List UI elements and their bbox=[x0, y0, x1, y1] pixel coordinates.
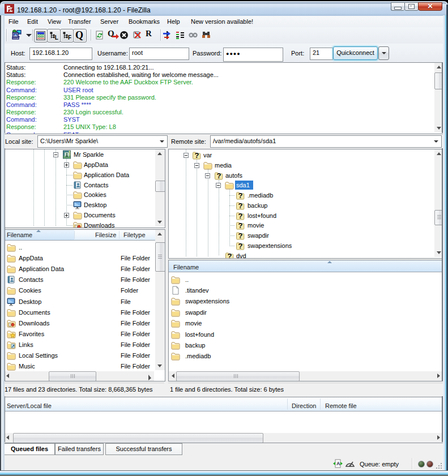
svg-text:A: A bbox=[336, 461, 340, 466]
svg-text:F: F bbox=[68, 35, 71, 40]
svg-text:L: L bbox=[55, 35, 58, 40]
